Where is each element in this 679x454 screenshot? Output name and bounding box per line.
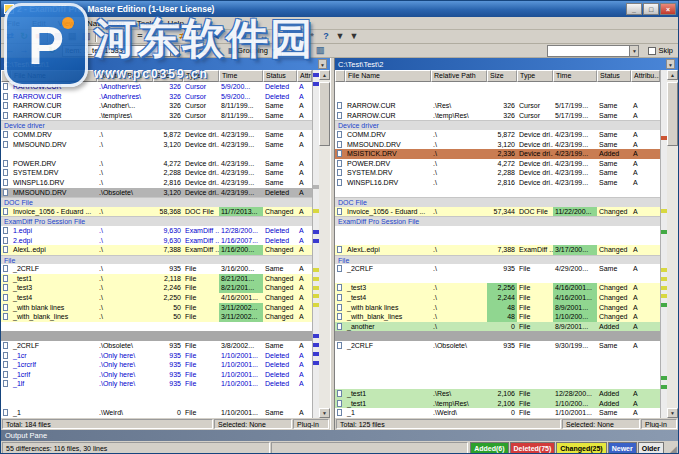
file-row[interactable]: _test3.\2,246File8/21/201...ChangedA (1, 283, 312, 293)
column-header-time[interactable]: Time (553, 70, 597, 82)
file-row[interactable]: COMM.DRV.\5,872Device dri...4/23/199...S… (335, 130, 660, 140)
chevron-down-icon[interactable]: ▼ (629, 46, 638, 56)
file-row[interactable]: _with_blank_lines.\50File3/11/2002...Cha… (1, 312, 312, 322)
left-diff-map[interactable] (312, 70, 319, 418)
column-header-size[interactable]: Size (487, 70, 517, 82)
left-path-bar[interactable]: C:\Test\Test\1 ▼ (1, 58, 330, 70)
menu-file[interactable]: File (1, 18, 26, 29)
file-row[interactable]: MMSOUND.DRV.\3,120Device dri...4/23/199.… (1, 140, 312, 150)
menu-help[interactable]: Help (161, 18, 189, 29)
column-header-attribu-[interactable]: Attribu... (631, 70, 660, 82)
file-row[interactable]: RARROW.CUR.\Res\326Cursor5/17/199...Same… (335, 101, 660, 111)
file-row[interactable]: _1.\Weird\0File1/10/2001...SameA (335, 408, 660, 418)
help-icon[interactable]: ? (319, 31, 333, 43)
stop-icon[interactable]: ■ (31, 31, 45, 43)
file-row[interactable]: SYSTEM.DRV.\2,288Device dri...4/23/199..… (1, 168, 312, 178)
file-row[interactable]: RARROW.CUR.\temp\Res\326Cursor5/17/199..… (335, 111, 660, 121)
file-row[interactable]: WINSPL16.DRV.\2,816Device dri...4/23/199… (1, 178, 312, 188)
item-combo[interactable]: Item: .\_test1:533 ▼ (62, 45, 180, 57)
recompare-icon[interactable]: ↻ (17, 31, 31, 43)
column-header-type[interactable]: Type (183, 70, 219, 82)
group-header[interactable]: DOC File (1, 197, 312, 207)
file-row[interactable]: Invoice_1056 - Eduard ....\57,344DOC Fil… (335, 207, 660, 217)
resize-grip[interactable]: ◢ (665, 442, 677, 454)
show-changed-icon[interactable]: ≠ (175, 31, 189, 43)
file-row[interactable]: _test1.\temp\Res\2,106File1/10/200...Add… (335, 399, 660, 409)
toolbar-dropdown-icon[interactable]: ▼ (333, 31, 347, 43)
file-row[interactable]: SYSTEM.DRV.\2,288Device dri...4/23/199..… (335, 168, 660, 178)
group-header[interactable]: File (1, 255, 312, 265)
right-scrollbar[interactable]: ▲ ▼ (667, 70, 678, 418)
chevron-down-icon[interactable]: ▼ (170, 46, 179, 56)
file-row[interactable]: _test4.\2,250File4/16/2001...ChangedA (1, 293, 312, 303)
status-badge-added-[interactable]: Added(6) (470, 442, 508, 454)
column-header-status[interactable]: Status (263, 70, 297, 82)
file-row[interactable]: _1crlf.\Only here\935File1/10/2001...Del… (1, 370, 312, 380)
file-row[interactable]: Invoice_1056 - Eduard ....\58,368DOC Fil… (1, 207, 312, 217)
close-button[interactable]: × (660, 3, 676, 15)
file-row[interactable]: MMSOUND.DRV.\Obsolete\3,120Device dri...… (1, 188, 312, 198)
file-row[interactable]: _2CRLF.\Obsolete\935File3/8/2002...SameA (1, 341, 312, 351)
scroll-down-icon[interactable]: ▼ (319, 408, 330, 418)
print-icon[interactable]: ▤ (65, 31, 79, 43)
file-row[interactable]: RARROW.CUR.\temp\res\326Cursor8/11/199..… (1, 111, 312, 121)
left-scroll-track[interactable] (319, 80, 330, 408)
right-diff-map[interactable] (660, 70, 667, 418)
file-row[interactable]: _2CRLF.\Obsolete\935File9/30/199...SameA (335, 341, 660, 351)
file-row[interactable]: _1cr.\Only here\935File1/10/2001...Delet… (1, 351, 312, 361)
refresh-icon[interactable]: ↻ (45, 45, 59, 57)
first-diff-icon[interactable]: « (195, 31, 209, 43)
show-added-icon[interactable]: + (147, 31, 161, 43)
file-row[interactable]: RARROW.CUR.\Another\res\326Cursor5/9/200… (1, 82, 312, 92)
group-header[interactable]: ExamDiff Pro Session File (1, 216, 312, 226)
scroll-up-icon[interactable]: ▲ (319, 70, 330, 80)
column-header-size[interactable]: Size (153, 70, 183, 82)
maximize-button[interactable]: □ (643, 3, 659, 15)
group-header[interactable]: Device driver (335, 120, 660, 130)
up-level-icon[interactable]: ↑ (31, 45, 45, 57)
right-file-list[interactable]: RARROW.CUR.\Res\326Cursor5/17/199...Same… (335, 82, 660, 418)
group-header[interactable]: DOC File (335, 197, 660, 207)
file-row[interactable]: _with blank lines.\48File8/9/2001...Chan… (335, 303, 660, 313)
file-row[interactable]: _1crcrlf.\Only here\935File1/10/2001...D… (1, 360, 312, 370)
menu-edit[interactable]: Edit (26, 18, 52, 29)
right-scroll-track[interactable] (667, 80, 678, 408)
file-row[interactable]: RARROW.CUR.\Another\res\326Cursor5/9/200… (1, 92, 312, 102)
chevron-down-icon[interactable]: ▼ (318, 59, 327, 69)
column-header-type[interactable]: Type (517, 70, 553, 82)
file-row[interactable]: _1lf.\Only here\935File1/10/2001...Delet… (1, 379, 312, 389)
column-header-attribu-[interactable]: Attribu... (297, 70, 312, 82)
file-row[interactable]: _test3.\2,256File4/16/2001...ChangedA (335, 283, 660, 293)
flat-view-icon[interactable]: ▬ (197, 45, 211, 57)
menu-navigation[interactable]: Navigation (81, 18, 131, 29)
file-row[interactable]: _with_blank_lines.\48File1/10/200...Chan… (335, 312, 660, 322)
filter-combo[interactable]: ▼ (547, 45, 639, 57)
sync-scroll-icon[interactable]: ↕ (271, 31, 285, 43)
grouping-button[interactable]: ▦ Grouping ▼ (225, 45, 279, 57)
report-icon[interactable]: ▧ (291, 31, 305, 43)
file-row[interactable]: 2.edpi.\9,630ExamDiff ...1/16/2007...Del… (1, 236, 312, 246)
file-row[interactable]: _1.\Weird\0File1/10/2001...SameA (1, 408, 312, 418)
minimize-button[interactable]: _ (626, 3, 642, 15)
show-same-icon[interactable]: = (133, 31, 147, 43)
file-row[interactable]: _2CRLF.\935File4/29/200...SameA (335, 264, 660, 274)
toolbar-dropdown2-icon[interactable]: ▼ (347, 31, 361, 43)
expand-all-icon[interactable]: + (285, 45, 299, 57)
file-row[interactable]: RARROW.CUR.\Another\...326Cursor8/11/199… (1, 101, 312, 111)
save-icon[interactable]: ▦ (51, 31, 65, 43)
last-diff-icon[interactable]: » (237, 31, 251, 43)
show-tree-icon[interactable]: ≡ (183, 45, 197, 57)
file-row[interactable]: POWER.DRV.\4,272Device dri...4/23/199...… (335, 159, 660, 169)
scroll-down-icon[interactable]: ▼ (667, 408, 678, 418)
file-row[interactable]: POWER.DRV.\4,272Device dri...4/23/199...… (1, 159, 312, 169)
group-header[interactable]: ExamDiff Pro Session File (335, 216, 660, 226)
group-header[interactable]: Device driver (1, 120, 312, 130)
file-row[interactable]: _2CRLF.\935File3/16/200...SameA (1, 264, 312, 274)
file-row[interactable]: AlexL.edpi.\7,388ExamDiff ...3/17/200...… (335, 245, 660, 255)
prev-diff-icon[interactable]: ◄ (209, 31, 223, 43)
column-header-icon[interactable] (335, 70, 345, 82)
column-header-icon[interactable] (1, 70, 11, 82)
compare-icon[interactable]: ⇄ (3, 31, 17, 43)
right-path-bar[interactable]: C:\Test\Test\2 ▼ (335, 58, 678, 70)
file-row[interactable]: COMM.DRV.\5,872Device dri...4/23/199...S… (1, 130, 312, 140)
